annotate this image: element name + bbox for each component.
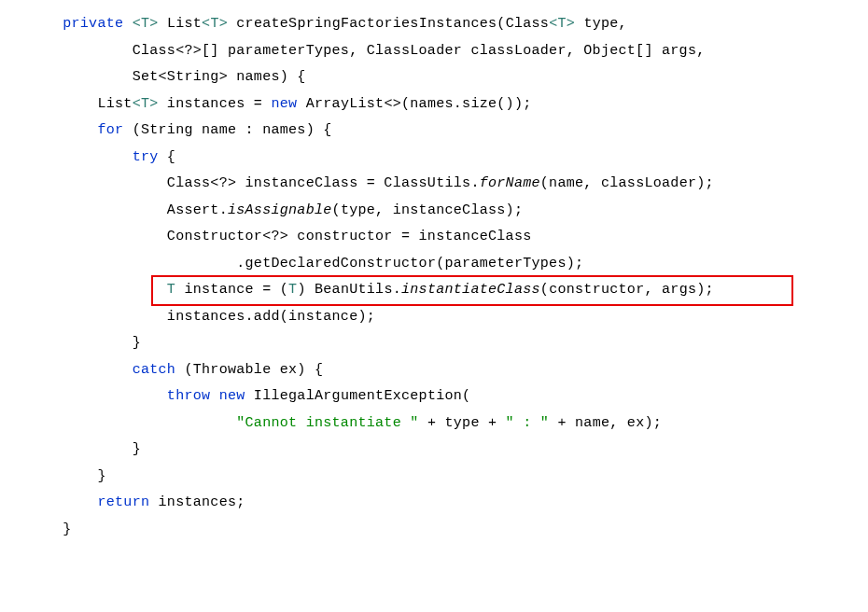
- code-line-2: Class<?>[] parameterTypes, ClassLoader c…: [28, 38, 840, 65]
- brace: }: [133, 441, 141, 457]
- string-literal: "Cannot instantiate ": [236, 415, 418, 431]
- brace: }: [97, 468, 105, 484]
- text: Assert.: [167, 202, 228, 218]
- text: (name, classLoader);: [540, 175, 714, 191]
- type-param: T: [167, 282, 175, 298]
- code-line-14: catch (Throwable ex) {: [28, 357, 840, 384]
- code-line-3: Set<String> names) {: [28, 64, 840, 91]
- keyword-throw: throw: [167, 388, 211, 404]
- brace: }: [133, 335, 141, 351]
- keyword-try: try: [133, 149, 159, 165]
- static-method: instantiateClass: [401, 282, 540, 298]
- type-param: <T>: [133, 16, 159, 32]
- static-method: isAssignable: [228, 202, 332, 218]
- code-line-8: Assert.isAssignable(type, instanceClass)…: [28, 198, 840, 225]
- code-line-20: }: [28, 517, 840, 544]
- rest: (String name : names) {: [123, 122, 331, 138]
- text: + type +: [419, 415, 506, 431]
- params-start: (Class: [497, 16, 549, 32]
- text: instance = (: [175, 282, 288, 298]
- type-param: <T>: [202, 16, 228, 32]
- rest: (Throwable ex) {: [175, 362, 323, 378]
- code-line-15: throw new IllegalArgumentException(: [28, 383, 840, 410]
- code-line-7: Class<?> instanceClass = ClassUtils.forN…: [28, 171, 840, 198]
- code-line-17: }: [28, 437, 840, 464]
- type-list: List: [167, 16, 202, 32]
- code-line-16: "Cannot instantiate " + type + " : " + n…: [28, 410, 840, 438]
- highlighted-line-wrapper: T instance = (T) BeanUtils.instantiateCl…: [28, 277, 840, 304]
- keyword-for: for: [97, 122, 123, 138]
- code-line-1: private <T> List<T> createSpringFactorie…: [28, 11, 840, 38]
- text: Class<?> instanceClass = ClassUtils.: [167, 175, 480, 191]
- keyword-private: private: [63, 16, 123, 32]
- text: + name, ex);: [549, 415, 662, 431]
- rest: {: [159, 149, 176, 165]
- rest: type,: [575, 16, 627, 32]
- text: ) BeanUtils.: [297, 282, 401, 298]
- code-line-13: }: [28, 330, 840, 357]
- code-line-19: return instances;: [28, 490, 840, 517]
- code-line-6: try {: [28, 145, 840, 172]
- code-line-9: Constructor<?> constructor = instanceCla…: [28, 224, 840, 251]
- code-line-10: .getDeclaredConstructor(parameterTypes);: [28, 251, 840, 278]
- type-param: <T>: [549, 16, 575, 32]
- text: Constructor<?> constructor = instanceCla…: [167, 229, 532, 244]
- text: instances.add(instance);: [167, 309, 375, 325]
- rest: IllegalArgumentException(: [245, 388, 471, 404]
- type-list: List: [97, 96, 132, 112]
- code-line-5: for (String name : names) {: [28, 118, 840, 145]
- keyword-return: return: [97, 494, 149, 510]
- text: .getDeclaredConstructor(parameterTypes);: [236, 256, 583, 271]
- code-line-11: T instance = (T) BeanUtils.instantiateCl…: [28, 277, 840, 304]
- keyword-new: new: [219, 388, 245, 404]
- code-block: private <T> List<T> createSpringFactorie…: [28, 11, 840, 543]
- static-method: forName: [480, 175, 540, 191]
- params-cont: Class<?>[] parameterTypes, ClassLoader c…: [133, 43, 706, 59]
- keyword-catch: catch: [133, 362, 176, 378]
- code-line-12: instances.add(instance);: [28, 304, 840, 331]
- text: (type, instanceClass);: [332, 202, 524, 218]
- method-name: createSpringFactoriesInstances: [236, 16, 497, 32]
- keyword-new: new: [271, 96, 297, 112]
- type-param: <T>: [133, 96, 159, 112]
- string-literal: " : ": [506, 415, 550, 431]
- code-line-18: }: [28, 464, 840, 491]
- params-end: Set<String> names) {: [133, 69, 306, 85]
- code-line-4: List<T> instances = new ArrayList<>(name…: [28, 91, 840, 118]
- var: instances =: [159, 96, 272, 112]
- type-param: T: [288, 282, 297, 298]
- rest: ArrayList<>(names.size());: [297, 96, 531, 112]
- text: (constructor, args);: [540, 282, 714, 298]
- rest: instances;: [149, 494, 245, 510]
- brace: }: [63, 522, 71, 537]
